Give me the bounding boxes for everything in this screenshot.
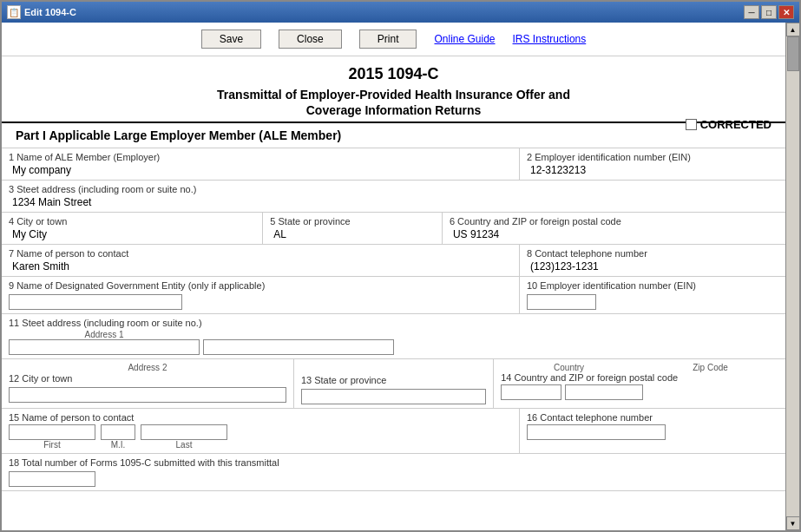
row-3: 3 Steet address (including room or suite…	[2, 181, 785, 213]
row-9-10: 9 Name of Designated Government Entity (…	[2, 277, 785, 314]
field-14-zip-label: Zip Code	[642, 363, 778, 372]
field-8-label: 8 Contact telephone number	[527, 248, 778, 259]
row-1-2: 1 Name of ALE Member (Employer) My compa…	[2, 148, 785, 181]
field-11-label: 11 Steet address (including room or suit…	[9, 318, 778, 328]
field-15-first-block: First	[9, 424, 95, 450]
field-1-value: My company	[9, 164, 512, 176]
scrollbar-down-button[interactable]: ▼	[786, 516, 800, 530]
close-button[interactable]: Close	[279, 30, 342, 49]
title-bar: 📋 Edit 1094-C ─ □ ✕	[2, 2, 799, 23]
field-1-section: 1 Name of ALE Member (Employer) My compa…	[2, 148, 520, 180]
corrected-label: CORRECTED	[700, 118, 771, 131]
field-11-addr1-block: Address 1	[9, 330, 200, 355]
field-7-label: 7 Name of person to contact	[9, 248, 512, 259]
maximize-button[interactable]: □	[761, 5, 777, 19]
field-15-section: 15 Name of person to contact First M.I.	[2, 409, 520, 453]
field-14-label: 14 Country and ZIP or foreign postal cod…	[501, 372, 778, 383]
window-title: Edit 1094-C	[24, 7, 76, 17]
field-11-addr2-block	[203, 339, 394, 355]
field-13-label: 13 State or province	[301, 375, 486, 385]
form-title-area: 2015 1094-C Transmittal of Employer-Prov…	[16, 65, 771, 118]
close-window-button[interactable]: ✕	[778, 5, 794, 19]
field-15-mi-input[interactable]	[101, 424, 135, 440]
app-icon: 📋	[7, 5, 21, 19]
corrected-area: CORRECTED	[686, 118, 771, 131]
form-subtitle: Transmittal of Employer-Provided Health …	[16, 87, 771, 118]
field-12-input[interactable]	[9, 387, 286, 403]
field-3-label: 3 Steet address (including room or suite…	[9, 184, 778, 194]
field-18-input[interactable]	[9, 471, 95, 487]
field-4-value: My City	[9, 228, 255, 240]
field-7-section: 7 Name of person to contact Karen Smith	[2, 245, 520, 276]
field-8-section: 8 Contact telephone number (123)123-1231	[520, 245, 785, 276]
scrollbar-thumb[interactable]	[787, 36, 799, 71]
corrected-checkbox[interactable]	[686, 119, 697, 130]
field-12-section: Address 2 12 City or town	[2, 359, 294, 408]
scrollbar-track[interactable]	[787, 36, 799, 516]
row-12-13-14: Address 2 12 City or town 13 State or pr…	[2, 359, 785, 409]
field-15-first-input[interactable]	[9, 424, 95, 440]
field-2-value: 12-3123213	[527, 164, 778, 176]
field-14-country-input[interactable]	[501, 384, 561, 400]
field-7-value: Karen Smith	[9, 260, 512, 273]
field-15-last-label: Last	[141, 440, 227, 450]
field-5-label: 5 State or province	[270, 216, 435, 227]
main-window: 📋 Edit 1094-C ─ □ ✕ Save Close Print Onl…	[0, 0, 801, 532]
field-1-label: 1 Name of ALE Member (Employer)	[9, 152, 512, 162]
field-16-input[interactable]	[527, 424, 666, 440]
field-15-label: 15 Name of person to contact	[9, 412, 512, 423]
field-9-label: 9 Name of Designated Government Entity (…	[9, 280, 512, 291]
field-15-first-label: First	[9, 440, 95, 450]
minimize-button[interactable]: ─	[744, 5, 759, 19]
field-14-sublabels: Country Zip Code	[501, 363, 778, 372]
field-6-label: 6 Country and ZIP or foreign postal code	[450, 216, 778, 227]
field-14-inputs	[501, 384, 778, 400]
irs-instructions-link[interactable]: IRS Instructions	[513, 33, 587, 45]
field-15-mi-block: M.I.	[101, 424, 135, 450]
field-2-label: 2 Employer identification number (EIN)	[527, 152, 778, 162]
field-16-label: 16 Contact telephone number	[527, 412, 778, 423]
toolbar: Save Close Print Online Guide IRS Instru…	[2, 23, 785, 56]
field-15-name-inputs: First M.I. Last	[9, 424, 512, 450]
content-area: Save Close Print Online Guide IRS Instru…	[2, 23, 799, 530]
save-button[interactable]: Save	[201, 30, 261, 49]
row-15-16: 15 Name of person to contact First M.I.	[2, 409, 785, 454]
field-6-value: US 91234	[450, 228, 778, 240]
field-10-section: 10 Employer identification number (EIN)	[520, 277, 785, 313]
field-13-input[interactable]	[301, 389, 486, 404]
field-5-section: 5 State or province AL	[263, 213, 443, 244]
field-10-label: 10 Employer identification number (EIN)	[527, 280, 778, 291]
online-guide-link[interactable]: Online Guide	[434, 33, 495, 45]
form-header: 2015 1094-C Transmittal of Employer-Prov…	[2, 56, 785, 122]
field-13-section: 13 State or province	[294, 359, 494, 408]
row-11: 11 Steet address (including room or suit…	[2, 314, 785, 359]
field-9-section: 9 Name of Designated Government Entity (…	[2, 277, 520, 313]
field-14-country-label: Country	[501, 363, 637, 372]
section1-header: Part I Applicable Large Employer Member …	[2, 122, 785, 148]
field-10-input[interactable]	[527, 294, 596, 310]
row-7-8: 7 Name of person to contact Karen Smith …	[2, 245, 785, 277]
main-content: Save Close Print Online Guide IRS Instru…	[2, 23, 785, 530]
field-16-section: 16 Contact telephone number	[520, 409, 785, 453]
row-18: 18 Total number of Forms 1095-C submitte…	[2, 454, 785, 491]
addr2-label-above: Address 2	[9, 363, 286, 372]
field-4-section: 4 City or town My City	[2, 213, 263, 244]
field-4-label: 4 City or town	[9, 216, 255, 227]
field-9-input[interactable]	[9, 294, 182, 310]
field-15-mi-label: M.I.	[101, 440, 135, 450]
scrollbar-up-button[interactable]: ▲	[786, 23, 800, 36]
field-8-value: (123)123-1231	[527, 260, 778, 273]
field-15-last-input[interactable]	[141, 424, 227, 440]
field-3-value: 1234 Main Street	[9, 196, 778, 208]
field-18-label: 18 Total number of Forms 1095-C submitte…	[9, 457, 778, 468]
field-5-value: AL	[270, 228, 435, 240]
print-button[interactable]: Print	[359, 30, 417, 49]
field-11-addr2-input[interactable]	[203, 339, 394, 355]
scrollbar: ▲ ▼	[785, 23, 799, 530]
field-14-zip-input[interactable]	[565, 384, 643, 400]
field-11-addr1-input[interactable]	[9, 339, 200, 355]
field-6-section: 6 Country and ZIP or foreign postal code…	[443, 213, 785, 244]
title-bar-controls: ─ □ ✕	[744, 5, 794, 19]
field-2-section: 2 Employer identification number (EIN) 1…	[520, 148, 785, 180]
title-bar-left: 📋 Edit 1094-C	[7, 5, 76, 19]
